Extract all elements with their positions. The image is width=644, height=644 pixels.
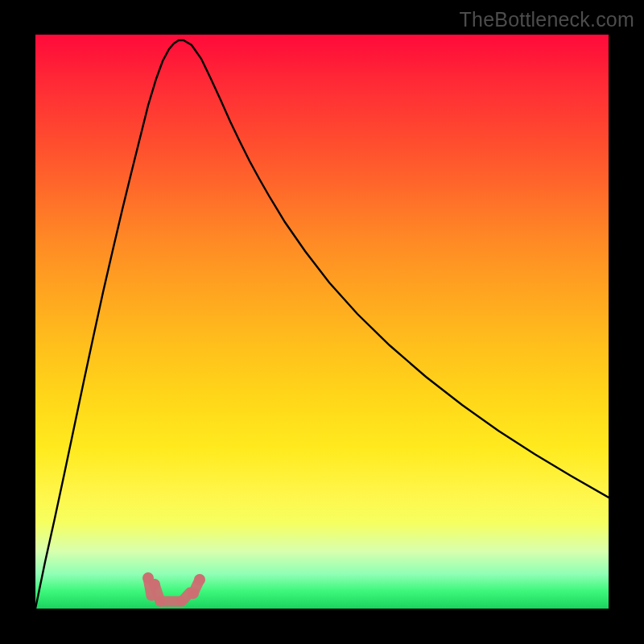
chart-frame: TheBottleneck.com xyxy=(0,0,644,644)
watermark-text: TheBottleneck.com xyxy=(460,8,634,31)
gradient-background xyxy=(35,35,609,609)
plot-area xyxy=(35,35,609,609)
